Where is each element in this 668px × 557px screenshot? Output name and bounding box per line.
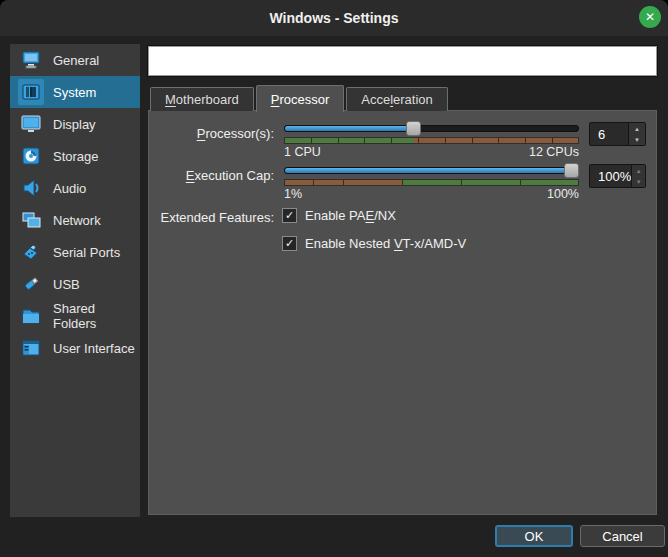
sidebar-item-shared-folders[interactable]: Shared Folders	[10, 300, 140, 332]
processors-range-labels: 1 CPU 12 CPUs	[284, 145, 579, 159]
tab-acceleration[interactable]: Acceleration	[346, 87, 448, 111]
audio-icon	[18, 175, 44, 201]
max-label: 100%	[547, 187, 579, 201]
execution-cap-scale	[284, 179, 579, 186]
execution-cap-slider[interactable]	[284, 162, 579, 179]
sidebar-item-user-interface[interactable]: User Interface	[10, 332, 140, 364]
sidebar-item-label: Network	[53, 213, 101, 228]
display-icon	[18, 111, 44, 137]
ok-button[interactable]: OK	[495, 525, 573, 547]
execution-cap-spinbox[interactable]: 100% ▲ ▼	[589, 164, 646, 188]
sidebar-item-display[interactable]: Display	[10, 108, 140, 140]
serial-ports-icon	[18, 239, 44, 265]
processors-spin-up[interactable]: ▲	[629, 123, 645, 134]
min-label: 1%	[284, 187, 302, 201]
pae-nx-checkbox[interactable]: ✓	[282, 208, 297, 223]
tab-bar: Motherboard Processor Acceleration	[150, 84, 448, 111]
sidebar-item-label: General	[53, 53, 99, 68]
tab-processor[interactable]: Processor	[256, 85, 345, 112]
slider-fill	[285, 126, 414, 131]
execution-cap-spin-down[interactable]: ▼	[632, 176, 645, 187]
processors-spin-down[interactable]: ▼	[629, 134, 645, 145]
sidebar-item-label: Shared Folders	[53, 301, 140, 331]
sidebar-item-system[interactable]: System	[10, 76, 140, 108]
user-interface-icon	[18, 335, 44, 361]
check-icon: ✓	[285, 209, 294, 222]
network-icon	[18, 207, 44, 233]
sidebar-item-label: USB	[53, 277, 80, 292]
sidebar-item-label: Storage	[53, 149, 99, 164]
sidebar-item-serial-ports[interactable]: Serial Ports	[10, 236, 140, 268]
sidebar-item-network[interactable]: Network	[10, 204, 140, 236]
max-label: 12 CPUs	[529, 145, 579, 159]
slider-groove[interactable]	[284, 125, 579, 132]
scale-ticks	[285, 138, 578, 143]
checkbox-row-nested-vtx[interactable]: ✓ Enable Nested VT-x/AMD-V	[282, 236, 466, 251]
titlebar: Windows - Settings ✕	[0, 0, 668, 36]
storage-icon	[18, 143, 44, 169]
processors-value[interactable]: 6	[590, 123, 628, 145]
settings-window: Windows - Settings ✕ General System Disp…	[0, 0, 668, 557]
sidebar-item-label: Serial Ports	[53, 245, 120, 260]
processors-slider[interactable]	[284, 120, 579, 137]
tab-motherboard[interactable]: Motherboard	[150, 87, 254, 111]
processors-scale	[284, 137, 579, 144]
sidebar-item-storage[interactable]: Storage	[10, 140, 140, 172]
header-field	[148, 46, 657, 76]
processor-tab-panel: Processor(s): 1 CPU 12 CPUs 6 ▲ ▼ Execu	[148, 110, 657, 515]
processors-spinbox[interactable]: 6 ▲ ▼	[589, 122, 646, 146]
close-button[interactable]: ✕	[639, 6, 661, 28]
sidebar-item-label: User Interface	[53, 341, 135, 356]
pae-nx-label: Enable PAE/NX	[305, 208, 396, 223]
slider-groove[interactable]	[284, 167, 579, 174]
execution-cap-value[interactable]: 100%	[590, 165, 631, 187]
execution-cap-spin-up[interactable]: ▲	[632, 165, 645, 176]
sidebar-item-label: Display	[53, 117, 96, 132]
sidebar-item-general[interactable]: General	[10, 44, 140, 76]
general-icon	[18, 47, 44, 73]
shared-folders-icon	[18, 303, 44, 329]
sidebar-item-label: System	[53, 85, 96, 100]
window-title: Windows - Settings	[270, 10, 399, 26]
execution-cap-range-labels: 1% 100%	[284, 187, 579, 201]
sidebar-item-audio[interactable]: Audio	[10, 172, 140, 204]
slider-fill	[285, 168, 578, 173]
nested-vtx-label: Enable Nested VT-x/AMD-V	[305, 236, 466, 251]
nested-vtx-checkbox[interactable]: ✓	[282, 236, 297, 251]
execution-cap-label: Execution Cap:	[149, 168, 274, 183]
scale-ticks	[285, 180, 578, 185]
processors-label: Processor(s):	[149, 126, 274, 141]
sidebar-item-label: Audio	[53, 181, 86, 196]
extended-features-label: Extended Features:	[149, 210, 274, 225]
processors-slider-handle[interactable]	[406, 121, 421, 136]
sidebar: General System Display Storage Audio	[10, 44, 140, 517]
check-icon: ✓	[285, 237, 294, 250]
checkbox-row-pae-nx[interactable]: ✓ Enable PAE/NX	[282, 208, 396, 223]
usb-icon	[18, 271, 44, 297]
system-icon	[18, 79, 44, 105]
sidebar-item-usb[interactable]: USB	[10, 268, 140, 300]
min-label: 1 CPU	[284, 145, 321, 159]
execution-cap-slider-handle[interactable]	[564, 163, 579, 178]
close-icon: ✕	[645, 10, 655, 24]
cancel-button[interactable]: Cancel	[580, 525, 665, 547]
